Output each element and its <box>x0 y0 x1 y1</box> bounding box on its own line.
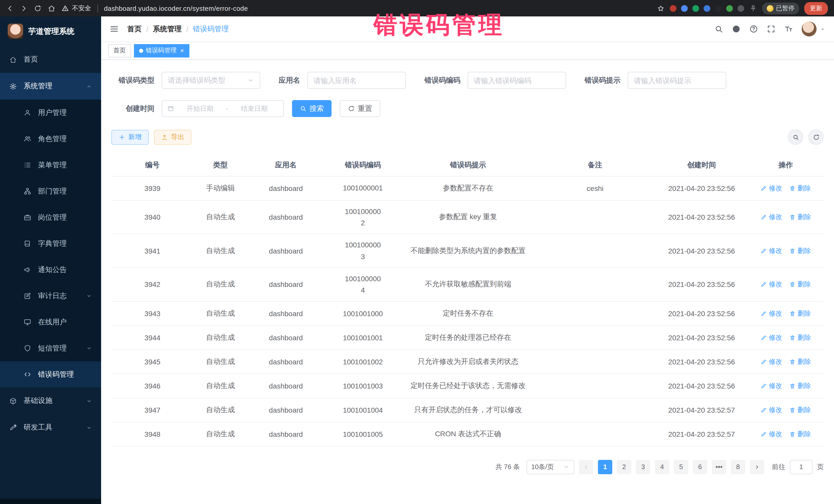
edit-link[interactable]: 修改 <box>761 381 782 391</box>
sidebar-toggle-icon[interactable] <box>109 24 119 34</box>
edit-link[interactable]: 修改 <box>761 213 782 222</box>
sidebar-item-roles[interactable]: 角色管理 <box>0 126 101 152</box>
tag-home[interactable]: 首页 <box>108 44 131 57</box>
help-icon[interactable] <box>749 25 758 34</box>
page-size-select[interactable]: 10条/页 <box>527 460 574 474</box>
github-icon[interactable] <box>732 25 741 34</box>
delete-link[interactable]: 删除 <box>789 357 811 367</box>
back-icon[interactable] <box>6 4 14 12</box>
app-logo[interactable]: 芋道管理系统 <box>0 17 101 46</box>
sidebar-item-error-codes[interactable]: 错误码管理 <box>0 361 101 388</box>
date-start-placeholder: 开始日期 <box>176 104 224 113</box>
edit-link[interactable]: 修改 <box>761 246 782 255</box>
sidebar-collapse-bar[interactable] <box>0 499 101 504</box>
column-header: 类型 <box>194 155 247 176</box>
sidebar-item-posts[interactable]: 岗位管理 <box>0 204 101 231</box>
next-page-button[interactable] <box>750 460 764 474</box>
address-bar[interactable]: dashboard.yudao.iocoder.cn/system/error-… <box>104 4 248 12</box>
extension-icon[interactable] <box>715 5 722 12</box>
delete-link[interactable]: 删除 <box>789 309 811 318</box>
cell-code: 100100000 2 <box>324 200 401 234</box>
forward-icon[interactable] <box>20 4 28 12</box>
tag-error-code[interactable]: 错误码管理 × <box>134 44 189 57</box>
page-button-1[interactable]: 1 <box>598 460 612 474</box>
sidebar-item-sms[interactable]: 短信管理 <box>0 335 101 361</box>
page-button-3[interactable]: 3 <box>636 460 650 474</box>
edit-link[interactable]: 修改 <box>761 357 782 367</box>
sidebar-item-online-users[interactable]: 在线用户 <box>0 309 101 335</box>
sidebar-item-dev-tools[interactable]: 研发工具 <box>0 414 101 441</box>
total-count: 共 76 条 <box>496 462 520 472</box>
sidebar-item-home[interactable]: 首页 <box>0 46 101 73</box>
page-button-8[interactable]: 8 <box>731 460 745 474</box>
sidebar-item-users[interactable]: 用户管理 <box>0 100 101 126</box>
goto-page-input[interactable] <box>790 460 812 474</box>
edit-link[interactable]: 修改 <box>761 280 782 289</box>
column-header: 错误码提示 <box>401 155 535 176</box>
prev-page-button[interactable] <box>579 460 593 474</box>
close-icon[interactable]: × <box>180 47 184 54</box>
trash-icon <box>789 248 795 254</box>
fullscreen-icon[interactable] <box>767 25 775 34</box>
sidebar-item-audit-logs[interactable]: 审计日志 <box>0 283 101 309</box>
sidebar-item-menus[interactable]: 菜单管理 <box>0 152 101 178</box>
delete-link[interactable]: 删除 <box>789 406 811 415</box>
box-icon <box>9 397 17 405</box>
security-indicator[interactable]: 不安全 <box>62 4 91 13</box>
delete-link[interactable]: 删除 <box>789 246 811 255</box>
extension-icon[interactable] <box>726 5 733 12</box>
cell-remark <box>535 234 655 268</box>
edit-link[interactable]: 修改 <box>761 183 782 193</box>
breadcrumb-home[interactable]: 首页 <box>127 24 142 34</box>
reload-icon[interactable] <box>34 4 42 12</box>
page-button-4[interactable]: 4 <box>655 460 669 474</box>
refresh-table-button[interactable] <box>808 129 824 145</box>
export-button[interactable]: 导出 <box>154 130 192 145</box>
search-icon[interactable] <box>715 25 723 34</box>
delete-link[interactable]: 删除 <box>789 430 811 439</box>
bookmark-star-icon[interactable] <box>657 4 665 12</box>
browser-home-icon[interactable] <box>48 4 56 12</box>
breadcrumb-system[interactable]: 系统管理 <box>153 24 182 34</box>
app-name-input[interactable] <box>307 72 406 89</box>
update-button[interactable]: 更新 <box>804 2 828 15</box>
sidebar-item-system[interactable]: 系统管理 <box>0 73 101 100</box>
extension-icon[interactable] <box>738 5 744 12</box>
extension-icon[interactable] <box>670 5 676 12</box>
paused-badge[interactable]: 已暂停 <box>762 2 799 14</box>
show-search-button[interactable] <box>788 129 803 145</box>
page-button-5[interactable]: 5 <box>674 460 688 474</box>
sidebar-item-infra[interactable]: 基础设施 <box>0 388 101 414</box>
edit-link[interactable]: 修改 <box>761 333 782 342</box>
error-type-select[interactable]: 请选择错误码类型 <box>162 72 260 89</box>
sidebar-item-depts[interactable]: 部门管理 <box>0 178 101 204</box>
delete-link[interactable]: 删除 <box>789 183 811 193</box>
font-size-icon[interactable] <box>784 25 793 34</box>
edit-link[interactable]: 修改 <box>761 406 782 415</box>
delete-link[interactable]: 删除 <box>789 333 811 342</box>
extension-icon[interactable] <box>704 5 710 12</box>
error-code-input[interactable] <box>467 72 566 89</box>
sidebar-item-notices[interactable]: 通知公告 <box>0 257 101 283</box>
column-header: 备注 <box>535 155 655 176</box>
edit-square-icon <box>24 292 31 300</box>
error-message-input[interactable] <box>628 72 726 89</box>
reset-button[interactable]: 重置 <box>340 100 380 117</box>
sidebar-item-dicts[interactable]: 字典管理 <box>0 231 101 257</box>
page-button-2[interactable]: 2 <box>617 460 631 474</box>
delete-link[interactable]: 删除 <box>789 381 811 391</box>
search-button[interactable]: 搜索 <box>292 100 332 117</box>
user-avatar[interactable] <box>802 22 826 37</box>
extension-icon[interactable] <box>692 5 699 12</box>
edit-link[interactable]: 修改 <box>761 430 782 439</box>
delete-link[interactable]: 删除 <box>789 213 811 222</box>
pin-icon[interactable] <box>749 4 757 12</box>
page-button-6[interactable]: 6 <box>693 460 707 474</box>
add-button[interactable]: 新增 <box>111 130 149 145</box>
date-range-picker[interactable]: 开始日期 - 结束日期 <box>162 100 284 117</box>
extension-icon[interactable] <box>681 5 688 12</box>
pencil-icon <box>761 185 767 191</box>
delete-link[interactable]: 删除 <box>789 280 811 289</box>
page-button-•••[interactable]: ••• <box>712 460 726 474</box>
edit-link[interactable]: 修改 <box>761 309 782 318</box>
